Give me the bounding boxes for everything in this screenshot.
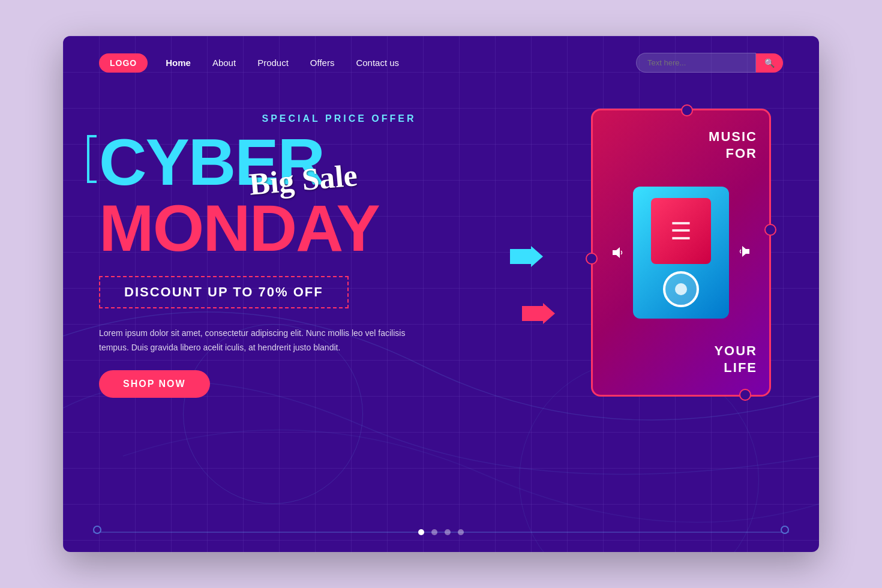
svg-marker-1: [522, 303, 555, 324]
shop-now-button[interactable]: SHOP NOW: [99, 370, 210, 398]
nav-links: Home About Product Offers Contact us: [166, 58, 399, 68]
music-for-text: MUSICFOR: [709, 128, 757, 163]
nav-link-contact[interactable]: Contact us: [356, 58, 399, 68]
player-screen: ☰: [651, 198, 711, 264]
svg-marker-3: [742, 246, 749, 257]
slider-dot-3[interactable]: [445, 529, 451, 535]
left-section: SPECIAL PRICE OFFER CYBER MONDAY Big Sal…: [99, 101, 579, 398]
search-input[interactable]: [636, 53, 756, 73]
main-content: SPECIAL PRICE OFFER CYBER MONDAY Big Sal…: [63, 89, 819, 398]
slider-dot-2[interactable]: [431, 529, 437, 535]
special-price-label: SPECIAL PRICE OFFER: [99, 113, 579, 124]
nav-item-product[interactable]: Product: [257, 58, 289, 68]
slider-dot-4[interactable]: [458, 529, 464, 535]
nav-link-about[interactable]: About: [212, 58, 236, 68]
slider-dot-1[interactable]: [418, 529, 424, 535]
logo-button[interactable]: LOGO: [99, 53, 148, 73]
arrow-icon-1: [510, 246, 543, 267]
speaker-left-icon: [612, 246, 625, 259]
description-text: Lorem ipsum dolor sit amet, consectetur …: [99, 326, 411, 355]
your-life-text: YOURLIFE: [714, 343, 757, 377]
right-section: MUSICFOR: [579, 101, 783, 398]
speaker-right-icon: [737, 245, 750, 258]
nav-link-product[interactable]: Product: [257, 58, 289, 68]
discount-text: DISCOUNT UP TO 70% OFF: [124, 284, 323, 299]
bracket-left: [87, 135, 97, 183]
svg-marker-2: [613, 247, 620, 258]
player-wheel: [663, 271, 699, 307]
discount-box: DISCOUNT UP TO 70% OFF: [99, 276, 349, 308]
player-wheel-inner: [675, 283, 687, 295]
navbar: LOGO Home About Product Offers Contact u…: [63, 36, 819, 89]
search-area: 🔍: [636, 53, 783, 73]
player-device: ☰: [633, 187, 729, 319]
search-button[interactable]: 🔍: [756, 53, 783, 73]
card-circle-middle-left: [586, 253, 598, 265]
monday-text: MONDAY: [99, 195, 579, 261]
slider-right-endpoint: [781, 526, 789, 534]
cyber-monday-container: CYBER MONDAY Big Sale: [99, 129, 579, 261]
svg-marker-0: [510, 246, 543, 267]
card-circle-top: [681, 104, 693, 116]
nav-item-offers[interactable]: Offers: [310, 58, 335, 68]
music-card: MUSICFOR: [591, 109, 771, 397]
nav-link-home[interactable]: Home: [166, 58, 191, 68]
player-screen-icon: ☰: [670, 217, 692, 245]
search-icon: 🔍: [764, 58, 775, 68]
slider-left-endpoint: [93, 526, 101, 534]
dots-container: [418, 529, 464, 535]
nav-link-offers[interactable]: Offers: [310, 58, 335, 68]
card-circle-middle-right: [764, 224, 776, 236]
card-circle-bottom-right: [739, 389, 751, 401]
nav-item-about[interactable]: About: [212, 58, 236, 68]
nav-item-home[interactable]: Home: [166, 58, 191, 68]
arrow-icon-2: [522, 303, 555, 324]
nav-item-contact[interactable]: Contact us: [356, 58, 399, 68]
slider-area: [63, 529, 819, 535]
page-wrapper: LOGO Home About Product Offers Contact u…: [63, 36, 819, 552]
